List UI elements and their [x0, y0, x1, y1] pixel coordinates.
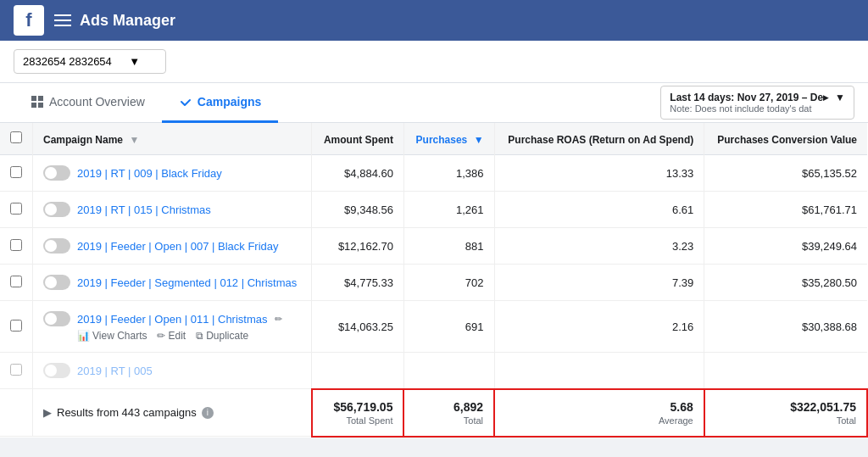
svg-rect-2 — [31, 103, 36, 108]
campaign-name-link[interactable]: 2019 | RT | 005 — [77, 365, 153, 377]
totals-purchases-cell: 6,892 Total — [403, 389, 494, 437]
view-charts-action[interactable]: 📊 View Charts — [77, 330, 147, 342]
edit-icon: ✏ — [157, 330, 165, 342]
campaign-name-link[interactable]: 2019 | Feeder | Open | 007 | Black Frida… — [77, 240, 279, 253]
row-roas: 3.23 — [494, 228, 704, 265]
row-campaign-name-cell: 2019 | Feeder | Open | 007 | Black Frida… — [33, 228, 312, 265]
row-conversion-value: $35,280.50 — [704, 265, 867, 301]
row-checkbox-cell — [0, 301, 33, 353]
duplicate-action[interactable]: ⧉ Duplicate — [196, 330, 248, 342]
tab-account-overview-label: Account Overview — [49, 95, 145, 109]
row-checkbox-cell — [0, 353, 33, 389]
campaign-toggle[interactable] — [43, 311, 70, 326]
campaigns-table: Campaign Name ▼ Amount Spent Purchases ▼… — [0, 123, 868, 437]
grid-icon — [31, 95, 44, 109]
chart-icon: 📊 — [77, 330, 90, 342]
tab-campaigns-label: Campaigns — [198, 95, 261, 109]
svg-rect-3 — [38, 103, 43, 108]
row-purchases: 1,261 — [403, 192, 494, 228]
row-amount-spent — [312, 353, 404, 389]
row-roas: 2.16 — [494, 301, 704, 353]
row-amount-spent: $12,162.70 — [312, 228, 404, 265]
row-amount-spent: $9,348.56 — [312, 192, 404, 228]
row-campaign-name-cell: 2019 | RT | 015 | Christmas — [33, 192, 312, 228]
row-conversion-value: $30,388.68 — [704, 301, 867, 353]
row-conversion-value — [704, 353, 867, 389]
table-row: 2019 | Feeder | Open | 007 | Black Frida… — [0, 228, 867, 265]
nav-tabs: Account Overview Campaigns Last 14 days:… — [0, 83, 868, 123]
table-header-row: Campaign Name ▼ Amount Spent Purchases ▼… — [0, 123, 867, 155]
row-checkbox-cell — [0, 265, 33, 301]
row-conversion-value: $61,761.71 — [704, 192, 867, 228]
date-range-note: Note: Does not include today's dat — [670, 103, 828, 114]
tab-account-overview[interactable]: Account Overview — [14, 83, 162, 123]
totals-roas-label: Average — [505, 415, 693, 426]
row-checkbox[interactable] — [10, 364, 22, 376]
campaign-name-link[interactable]: 2019 | RT | 015 | Christmas — [77, 203, 211, 216]
campaign-toggle[interactable] — [43, 238, 70, 254]
campaign-toggle[interactable] — [43, 202, 70, 217]
campaign-name-link[interactable]: 2019 | Feeder | Segmented | 012 | Christ… — [77, 276, 297, 289]
date-range-selector[interactable]: Last 14 days: Nov 27, 2019 – De▸ Note: D… — [660, 86, 854, 120]
duplicate-icon: ⧉ — [196, 330, 203, 342]
row-campaign-name-cell: 2019 | RT | 005 — [33, 353, 312, 389]
results-expand: ▶ Results from 443 campaigns i — [43, 406, 301, 419]
app-header: f Ads Manager — [0, 0, 868, 41]
info-icon[interactable]: i — [202, 407, 214, 419]
row-checkbox[interactable] — [10, 166, 22, 178]
select-all-col — [0, 123, 33, 155]
totals-amount-value: $56,719.05 — [323, 400, 393, 414]
hamburger-menu[interactable] — [54, 14, 71, 26]
campaign-toggle[interactable] — [43, 165, 70, 181]
results-checkbox-cell — [0, 389, 33, 437]
account-selector[interactable]: 2832654 2832654 ▼ — [14, 49, 166, 74]
row-amount-spent: $14,063.25 — [312, 301, 404, 353]
col-amount-spent: Amount Spent — [312, 123, 404, 155]
row-conversion-value: $65,135.52 — [704, 155, 867, 192]
campaign-toggle[interactable] — [43, 275, 70, 290]
col-purchases[interactable]: Purchases ▼ — [403, 123, 494, 155]
campaign-name-link[interactable]: 2019 | RT | 009 | Black Friday — [77, 167, 222, 180]
app-title: Ads Manager — [80, 12, 175, 30]
row-checkbox-cell — [0, 192, 33, 228]
totals-purchases-label: Total — [415, 415, 483, 426]
row-checkbox-cell — [0, 228, 33, 265]
svg-rect-0 — [31, 96, 36, 101]
facebook-logo: f — [14, 5, 44, 36]
chevron-right-icon[interactable]: ▶ — [43, 406, 52, 419]
campaign-name-link[interactable]: 2019 | Feeder | Open | 011 | Christmas — [77, 313, 268, 326]
tab-campaigns[interactable]: Campaigns — [162, 83, 278, 123]
row-checkbox[interactable] — [10, 203, 22, 215]
table-row: 2019 | RT | 015 | Christmas $9,348.56 1,… — [0, 192, 867, 228]
totals-roas-cell: 5.68 Average — [494, 389, 704, 437]
sort-down-icon: ▼ — [474, 134, 484, 146]
row-purchases — [403, 353, 494, 389]
date-range-text: Last 14 days: Nov 27, 2019 – De▸ Note: D… — [670, 92, 828, 114]
table-row: 2019 | Feeder | Open | 011 | Christmas ✏… — [0, 301, 867, 353]
row-purchases: 881 — [403, 228, 494, 265]
row-checkbox[interactable] — [10, 239, 22, 251]
row-roas — [494, 353, 704, 389]
row-campaign-name-cell: 2019 | Feeder | Open | 011 | Christmas ✏… — [33, 301, 312, 353]
row-roas: 7.39 — [494, 265, 704, 301]
row-purchases: 702 — [403, 265, 494, 301]
row-checkbox[interactable] — [10, 276, 22, 287]
row-sub-actions: 📊 View Charts ✏ Edit ⧉ Duplicate — [43, 330, 301, 342]
row-checkbox-cell — [0, 155, 33, 192]
row-campaign-name-cell: 2019 | Feeder | Segmented | 012 | Christ… — [33, 265, 312, 301]
main-content: Campaign Name ▼ Amount Spent Purchases ▼… — [0, 123, 868, 437]
results-row: ▶ Results from 443 campaigns i $56,719.0… — [0, 389, 867, 437]
col-purchases-conversion-value: Purchases Conversion Value — [704, 123, 867, 155]
table-row: 2019 | RT | 009 | Black Friday $4,884.60… — [0, 155, 867, 192]
check-icon — [179, 95, 192, 109]
row-checkbox[interactable] — [10, 320, 22, 332]
col-campaign-name: Campaign Name ▼ — [33, 123, 312, 155]
campaign-toggle[interactable] — [43, 363, 70, 378]
edit-action[interactable]: ✏ Edit — [157, 330, 186, 342]
sort-icon: ▼ — [129, 134, 139, 146]
totals-conversion-cell: $322,051.75 Total — [704, 389, 867, 437]
row-purchases: 691 — [403, 301, 494, 353]
inline-edit-icon[interactable]: ✏ — [275, 314, 282, 325]
table-row: 2019 | Feeder | Segmented | 012 | Christ… — [0, 265, 867, 301]
select-all-checkbox[interactable] — [10, 131, 22, 143]
